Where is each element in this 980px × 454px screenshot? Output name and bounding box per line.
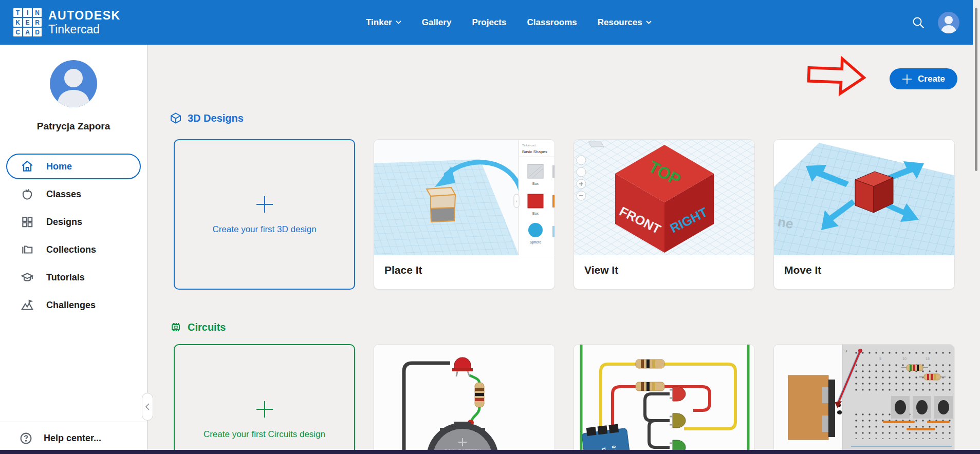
card-title: View It: [574, 255, 754, 285]
brand-tinkercad: Tinkercad: [48, 23, 121, 35]
grid-icon: [21, 215, 34, 229]
create-first-3d-label: Create your first 3D design: [212, 224, 316, 235]
sidebar-collapse-handle[interactable]: [142, 393, 153, 421]
sidebar-item-classes[interactable]: Classes: [6, 181, 141, 207]
plus-icon: [255, 400, 274, 419]
plus-icon: [902, 74, 912, 84]
top-navbar: T I N K E R C A D AUTODESK Tinkercad Tin…: [0, 0, 980, 45]
section-header-circuits: Circuits: [170, 321, 226, 333]
card-circuit-breadboard[interactable]: + + 1 5 10 15: [773, 344, 955, 454]
help-center-button[interactable]: Help center...: [0, 422, 147, 454]
graduation-cap-icon: [21, 271, 34, 284]
scrollbar-track[interactable]: [973, 0, 980, 450]
resistor: [636, 382, 664, 391]
nav-classrooms-label: Classrooms: [527, 17, 577, 28]
leds-circuit-thumbnail: 2 TX→1 RX←0: [574, 345, 755, 454]
logo-tile: N: [33, 8, 42, 17]
main-nav: Tinker Gallery Projects Classrooms Resou…: [366, 0, 652, 45]
home-icon: [21, 160, 34, 173]
svg-text:5: 5: [879, 357, 881, 361]
help-center-label: Help center...: [44, 433, 101, 444]
sidebar-bottom: Help center...: [0, 422, 147, 454]
sidebar-item-label: Classes: [46, 189, 81, 200]
chevron-left-icon: [145, 403, 150, 410]
sidebar-item-home[interactable]: Home: [6, 154, 141, 179]
sidebar-item-label: Challenges: [46, 300, 96, 311]
placed-cube: [427, 187, 455, 222]
nav-gallery-label: Gallery: [422, 17, 452, 28]
coin-battery-thumbnail: COIN BATTERY CR 2032 3.0V: [374, 345, 555, 454]
plus-icon: [255, 195, 274, 214]
create-first-circuits-label: Create your first Circuits design: [204, 429, 325, 440]
card-title: Place It: [374, 255, 554, 285]
tinkercad-logo-grid: T I N K E R C A D: [13, 8, 42, 36]
sidebar-item-collections[interactable]: Collections: [6, 237, 141, 262]
nav-projects[interactable]: Projects: [472, 17, 506, 28]
resistor: [636, 360, 664, 368]
section-header-3d-designs: 3D Designs: [170, 112, 244, 124]
nav-resources[interactable]: Resources: [598, 17, 652, 28]
user-avatar-button[interactable]: [938, 12, 959, 33]
person-icon: [50, 60, 97, 107]
profile-block: Patrycja Zapora: [0, 60, 147, 132]
brand-autodesk: AUTODESK: [48, 9, 121, 22]
tinkercad-logo[interactable]: T I N K E R C A D AUTODESK Tinkercad: [13, 8, 121, 36]
main-content: Create 3D Designs Create your first 3D d…: [148, 45, 980, 454]
svg-text:10: 10: [902, 357, 907, 361]
sidebar-item-label: Home: [46, 161, 72, 172]
speaker: [788, 375, 841, 440]
logo-tile: T: [13, 8, 22, 17]
svg-text:Sphere: Sphere: [530, 240, 542, 244]
folders-icon: [21, 243, 34, 256]
mountain-flag-icon: [21, 298, 34, 312]
shapes-panel: Tinkercad Basic Shapes Box Box Sphere ›: [514, 140, 555, 255]
sidebar-item-designs[interactable]: Designs: [6, 209, 141, 235]
card-view-it[interactable]: TOP FRONT RIGHT View It: [574, 139, 755, 290]
svg-text:+: +: [845, 349, 848, 354]
sidebar-menu: Home Classes Designs Collections Tutoria…: [0, 152, 147, 320]
search-icon[interactable]: [911, 15, 926, 30]
scrollbar-thumb[interactable]: [975, 8, 977, 171]
section-title: 3D Designs: [188, 112, 244, 124]
nav-resources-label: Resources: [598, 17, 642, 28]
logo-tile: D: [33, 28, 42, 36]
sidebar-item-label: Designs: [46, 217, 82, 228]
section-title: Circuits: [188, 321, 226, 333]
sidebar-item-tutorials[interactable]: Tutorials: [6, 264, 141, 290]
view-it-thumbnail: TOP FRONT RIGHT: [574, 140, 755, 255]
nav-tinker[interactable]: Tinker: [366, 17, 401, 28]
place-it-thumbnail: Tinkercad Basic Shapes Box Box Sphere ›: [374, 140, 555, 255]
nav-classrooms[interactable]: Classrooms: [527, 17, 577, 28]
svg-text:15: 15: [926, 357, 930, 361]
chevron-down-icon: [646, 21, 652, 24]
create-first-3d-design-card[interactable]: Create your first 3D design: [174, 139, 355, 290]
sidebar-item-challenges[interactable]: Challenges: [6, 292, 141, 318]
push-buttons: [891, 396, 953, 419]
logo-tile: K: [13, 18, 22, 27]
svg-text:Tinkercad: Tinkercad: [522, 144, 535, 147]
card-circuit-coin-battery[interactable]: COIN BATTERY CR 2032 3.0V: [374, 344, 555, 454]
resistor: [475, 383, 484, 407]
move-it-thumbnail: ne: [774, 140, 955, 255]
user-name: Patrycja Zapora: [37, 121, 110, 132]
create-first-circuits-design-card[interactable]: Create your first Circuits design: [174, 344, 355, 454]
workplane-label: ne: [776, 214, 794, 232]
svg-text:›: ›: [515, 199, 517, 204]
logo-tile: A: [23, 28, 32, 36]
card-move-it[interactable]: ne Move It: [773, 139, 955, 290]
svg-text:Box: Box: [532, 212, 539, 215]
create-button[interactable]: Create: [890, 68, 957, 89]
profile-avatar[interactable]: [50, 60, 97, 107]
sidebar: Patrycja Zapora Home Classes Designs Col…: [0, 45, 147, 454]
card-circuit-leds[interactable]: 2 TX→1 RX←0: [574, 344, 755, 454]
bottom-edge-strip: [0, 450, 980, 454]
navbar-right: [911, 0, 959, 45]
nav-gallery[interactable]: Gallery: [422, 17, 452, 28]
apple-icon: [21, 187, 34, 201]
card-place-it[interactable]: Tinkercad Basic Shapes Box Box Sphere ›: [374, 139, 555, 290]
card-title: Move It: [774, 255, 954, 285]
nav-tinker-label: Tinker: [366, 17, 392, 28]
chip-icon: [170, 321, 182, 333]
breadboard-thumbnail: + + 1 5 10 15: [774, 345, 955, 454]
logo-tile: C: [13, 28, 22, 36]
